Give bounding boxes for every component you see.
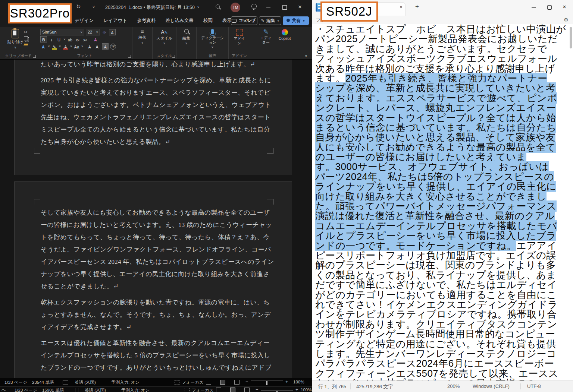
share-button[interactable]: 共有 ∨ xyxy=(283,16,309,25)
document-page-1[interactable]: たいあっていう昨年は格別のご支援を賜り、心より感謝申し上げます。↵2025 年も… xyxy=(14,60,292,175)
autosave-chevron-icon[interactable]: ∨ xyxy=(92,4,95,9)
scrollbar-thumb[interactable] xyxy=(570,27,572,48)
tab-close-icon[interactable]: × xyxy=(400,4,403,10)
zoom-out-button: − xyxy=(256,387,259,392)
copilot-button[interactable]: Copilot xyxy=(279,29,291,41)
ribbon-tab[interactable]: デザイン xyxy=(75,18,94,24)
read-mode-icon[interactable] xyxy=(206,380,211,385)
bold-button[interactable]: B xyxy=(40,36,47,42)
minimize-button[interactable] xyxy=(266,7,270,7)
new-tab-button[interactable]: + xyxy=(415,3,419,10)
font-size-combo[interactable]: 22∨ xyxy=(86,29,100,35)
chevron-down-icon: ∨ xyxy=(303,19,305,22)
chevron-down-icon: ∨ xyxy=(277,19,279,22)
doc-line: そして家族や友人にも安心してお勧めできるような最高の製品を全てのユーザ xyxy=(15,208,292,221)
superscript-button[interactable]: x2 xyxy=(82,37,88,42)
print-layout-icon[interactable] xyxy=(220,380,225,385)
focus-label[interactable]: フォーカス xyxy=(182,380,204,385)
character-border-icon[interactable]: A xyxy=(109,29,116,35)
proofing-icon xyxy=(73,388,78,392)
text-effects-icon[interactable]: A xyxy=(40,44,46,49)
dialog-launcher-icon[interactable] xyxy=(172,55,175,58)
enclose-characters-icon[interactable]: 字 xyxy=(110,44,116,50)
gear-icon[interactable]: ⚙ xyxy=(564,17,569,23)
editor-copilot-group: ✎ エディター Copilot xyxy=(250,27,299,59)
zoom-slider[interactable] xyxy=(251,380,283,380)
np-line: コムエーエムデーインテルプロセッサを搭載したモバ xyxy=(315,221,573,231)
close-button[interactable]: × xyxy=(298,3,302,11)
web-layout-icon[interactable] xyxy=(234,380,239,385)
strikethrough-button[interactable]: ab xyxy=(67,37,73,42)
np-line: ティングなど特定の用途にござい。それぞれ賞も提供 xyxy=(315,339,573,349)
avatar[interactable]: TM xyxy=(231,3,240,12)
page-indicator[interactable]: 1/33 ページ xyxy=(4,380,27,385)
highlight-color-icon[interactable]: ✎ xyxy=(51,44,57,49)
zoom-level[interactable]: 200% xyxy=(447,383,460,389)
italic-button[interactable]: I xyxy=(48,37,54,42)
np-line: フィッシュアイズスポーツクラブエスウェルフォール xyxy=(315,54,573,63)
character-shading-icon[interactable]: A xyxy=(102,43,109,50)
doc-line: ーの皆様にお届けしたいと考えています。え、13 歳のためにこうウィーチャッ xyxy=(15,221,292,233)
zoom-percent[interactable]: 100% xyxy=(293,380,304,384)
notepad-text-area[interactable]: ・スチュエイトスプ ホビ ス本日はお忙しい中演山がパン2025ノートピーシー新製… xyxy=(312,24,573,381)
ribbon-tab[interactable]: 参考資料 xyxy=(137,18,156,24)
chevron-down-icon[interactable]: ∨ xyxy=(63,38,66,41)
doc-line: たいあっていう昨年は格別のご支援を賜り、心より感謝申し上げます。↵ xyxy=(15,60,292,72)
close-button[interactable]: × xyxy=(563,3,566,11)
addins-button[interactable]: アドイン xyxy=(229,27,250,45)
search-icon[interactable] xyxy=(216,4,220,9)
cursor-position: 行 1、列 765 xyxy=(318,383,346,390)
np-line: 自身が心から使いたいと思える製品、そして家族や友 xyxy=(315,132,573,142)
ribbon-tab[interactable]: 差し込み文書 xyxy=(165,18,194,24)
editor-button[interactable]: ✎ エディター xyxy=(259,29,273,45)
dictation-button[interactable]: ディクテーション ∨ xyxy=(197,27,228,49)
document-page-2[interactable]: そして家族や友人にも安心してお勧めできるような最高の製品を全てのユーザーの皆様に… xyxy=(14,181,292,378)
comments-button[interactable]: コメント xyxy=(231,16,257,25)
ribbon-tab[interactable]: レイアウト xyxy=(103,18,127,24)
font-color-icon[interactable]: A xyxy=(63,44,69,49)
phonetic-guide-icon[interactable]: 亜 xyxy=(101,29,107,35)
minimize-button[interactable] xyxy=(532,7,536,8)
np-line: ツ制作デザインゲーム長時間使用日常的なコンピュー xyxy=(315,329,573,339)
proofing-icon[interactable] xyxy=(63,380,68,385)
copy-icon[interactable] xyxy=(24,36,28,41)
styles-button[interactable]: A✎ スタイル ∨ xyxy=(153,27,176,45)
refresh-icon[interactable]: ↻ xyxy=(76,3,81,10)
zoom-in-button[interactable]: + xyxy=(285,379,288,385)
lightbulb-icon[interactable] xyxy=(251,4,257,9)
underline-button[interactable]: U xyxy=(56,37,62,42)
np-line: パラパラパラスピース2024年6月にエーススビーボー xyxy=(315,358,573,368)
dialog-launcher-icon[interactable] xyxy=(128,55,131,58)
np-line: ラインナップをいち早く提供し、エイアイの民主化に xyxy=(315,181,573,191)
grow-font-icon[interactable]: Aˆ xyxy=(87,44,93,49)
microphone-icon xyxy=(211,29,214,34)
collapse-ribbon-icon[interactable]: ∨ xyxy=(305,54,307,58)
zoom-in-button: + xyxy=(295,387,298,392)
zoom-out-button[interactable]: − xyxy=(245,379,248,385)
ribbon-tab[interactable]: 校閲 xyxy=(203,18,213,24)
shrink-font-icon[interactable]: Aˇ xyxy=(94,44,100,49)
paste-button[interactable]: 貼り付け ∨ xyxy=(7,27,24,49)
word-count[interactable]: 23544 単語 xyxy=(32,380,54,385)
paragraph-button[interactable]: ≡ 段落 ∨ xyxy=(132,27,152,44)
dialog-launcher-icon[interactable] xyxy=(33,55,36,58)
change-case-icon[interactable]: Aa xyxy=(74,44,80,49)
font-name-combo[interactable]: SimSun∨ xyxy=(40,29,84,35)
focus-icon[interactable] xyxy=(175,380,179,385)
editing-mode-button[interactable]: ✎ 編集 ∨ xyxy=(259,16,281,25)
maximize-button[interactable] xyxy=(282,5,287,10)
ribbon-tab[interactable]: 表示 xyxy=(222,18,232,24)
clipboard-icon xyxy=(12,29,19,38)
font-group: SimSun∨ 22∨ 亜 A B I U ∨ ab x2 x2 A xyxy=(37,27,132,59)
clear-formatting-icon[interactable]: A xyxy=(93,37,98,42)
zoom-slider-thumb[interactable] xyxy=(266,381,267,385)
predictive-input[interactable]: 予測入力: オン xyxy=(111,380,140,385)
editing-button[interactable]: 編集 ∨ xyxy=(176,27,196,45)
maximize-button[interactable] xyxy=(547,5,552,10)
language-indicator[interactable]: 英語 (米国) xyxy=(75,380,96,385)
format-painter-icon[interactable] xyxy=(24,44,28,45)
cut-icon[interactable]: ✂ xyxy=(24,30,28,35)
magnifier-icon xyxy=(184,29,189,34)
title-chevron-icon[interactable]: ∨ xyxy=(197,5,200,9)
subscript-button[interactable]: x2 xyxy=(75,37,81,42)
